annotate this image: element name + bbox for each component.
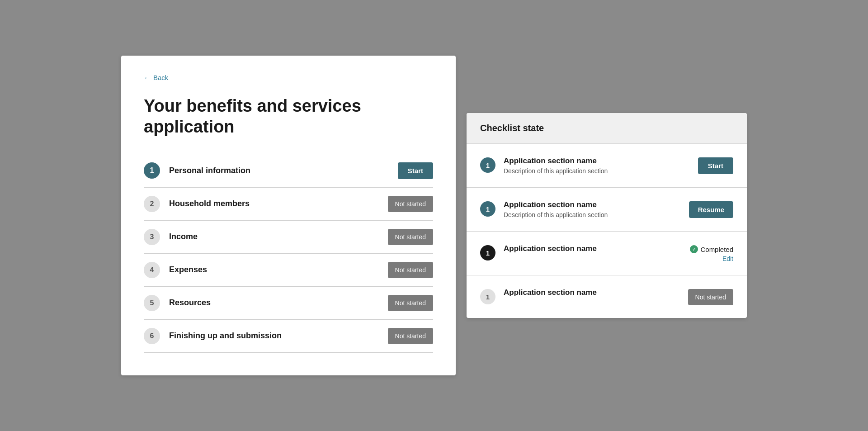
step-number-2: 2 <box>150 200 154 208</box>
step-number-5: 5 <box>150 299 154 307</box>
checklist-action-3: ✓ Completed Edit <box>690 245 733 262</box>
checklist-info-2: Application section name Description of … <box>504 200 682 218</box>
section-name-2: Household members <box>169 199 388 208</box>
checklist-action-1: Start <box>698 157 733 174</box>
back-link[interactable]: ← Back <box>144 74 168 81</box>
checklist-section-name-1: Application section name <box>504 156 691 166</box>
section-item-3: 3 Income Not started <box>144 221 433 254</box>
checklist-not-started-button-4[interactable]: Not started <box>688 289 733 305</box>
checklist-header: Checklist state <box>467 113 747 144</box>
step-badge-1: 1 <box>144 162 160 179</box>
section-item-2: 2 Household members Not started <box>144 188 433 221</box>
checklist-number-4: 1 <box>486 293 490 301</box>
checklist-action-4: Not started <box>688 289 733 305</box>
step-number-4: 4 <box>150 266 154 274</box>
step-badge-6: 6 <box>144 328 160 344</box>
right-panel: Checklist state 1 Application section na… <box>467 113 747 318</box>
checklist-info-1: Application section name Description of … <box>504 156 691 175</box>
checklist-start-button-1[interactable]: Start <box>698 157 733 174</box>
checklist-info-3: Application section name <box>504 244 683 255</box>
start-button-1[interactable]: Start <box>398 162 433 179</box>
check-circle-icon: ✓ <box>690 245 698 253</box>
section-name-3: Income <box>169 232 388 242</box>
back-label: Back <box>153 74 168 81</box>
section-name-1: Personal information <box>169 166 398 175</box>
checklist-badge-1: 1 <box>480 157 495 173</box>
section-item-4: 4 Expenses Not started <box>144 254 433 287</box>
section-item-6: 6 Finishing up and submission Not starte… <box>144 320 433 353</box>
not-started-button-6[interactable]: Not started <box>388 328 433 344</box>
section-item-5: 5 Resources Not started <box>144 287 433 320</box>
checklist-body: 1 Application section name Description o… <box>467 144 747 318</box>
checklist-item-2: 1 Application section name Description o… <box>467 188 747 232</box>
checklist-section-name-3: Application section name <box>504 244 683 253</box>
completed-label: Completed <box>700 246 733 253</box>
checklist-title: Checklist state <box>480 123 733 133</box>
section-item-1: 1 Personal information Start <box>144 154 433 188</box>
checklist-resume-button-2[interactable]: Resume <box>689 201 733 218</box>
section-name-6: Finishing up and submission <box>169 331 388 341</box>
step-number-3: 3 <box>150 233 154 241</box>
left-panel: ← Back Your benefits and services applic… <box>121 56 456 375</box>
step-badge-5: 5 <box>144 295 160 311</box>
checklist-number-2: 1 <box>486 205 490 213</box>
section-name-4: Expenses <box>169 265 388 275</box>
checklist-badge-2: 1 <box>480 201 495 217</box>
step-badge-3: 3 <box>144 229 160 245</box>
checklist-section-name-4: Application section name <box>504 288 681 297</box>
checklist-item-1: 1 Application section name Description o… <box>467 144 747 188</box>
edit-link[interactable]: Edit <box>722 255 733 262</box>
not-started-button-4[interactable]: Not started <box>388 262 433 278</box>
not-started-button-3[interactable]: Not started <box>388 229 433 245</box>
step-number-1: 1 <box>150 166 154 175</box>
section-name-5: Resources <box>169 298 388 308</box>
checklist-item-3: 1 Application section name ✓ Completed E… <box>467 232 747 275</box>
page-title: Your benefits and services application <box>144 96 433 137</box>
section-list: 1 Personal information Start 2 Household… <box>144 154 433 353</box>
checklist-section-name-2: Application section name <box>504 200 682 209</box>
step-badge-2: 2 <box>144 196 160 212</box>
checklist-info-4: Application section name <box>504 288 681 299</box>
checklist-number-3: 1 <box>486 249 490 257</box>
checklist-section-desc-1: Description of this application section <box>504 167 691 175</box>
back-arrow-icon: ← <box>144 74 151 81</box>
completed-status: ✓ Completed <box>690 245 733 253</box>
checklist-number-1: 1 <box>486 161 490 169</box>
step-number-6: 6 <box>150 332 154 340</box>
not-started-button-5[interactable]: Not started <box>388 295 433 311</box>
not-started-button-2[interactable]: Not started <box>388 196 433 212</box>
checklist-badge-4: 1 <box>480 289 495 304</box>
checklist-action-2: Resume <box>689 201 733 218</box>
checklist-item-4: 1 Application section name Not started <box>467 275 747 318</box>
checklist-badge-3: 1 <box>480 245 495 260</box>
step-badge-4: 4 <box>144 262 160 278</box>
checklist-section-desc-2: Description of this application section <box>504 211 682 218</box>
